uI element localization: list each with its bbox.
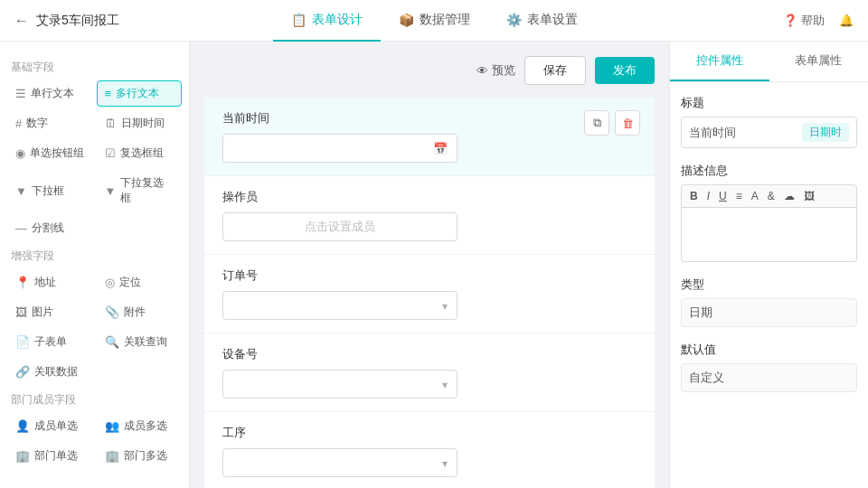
desc-align[interactable]: ≡ [733, 189, 745, 203]
desc-toolbar: B I U ≡ A & ☁ 🖼 [681, 184, 857, 208]
operator-label: 操作员 [222, 189, 637, 205]
preview-button[interactable]: 👁 预览 [476, 62, 515, 79]
field-dept-single[interactable]: 🏢 部门单选 [7, 443, 93, 469]
prop-type-label: 类型 [681, 277, 857, 293]
dropdown-label: 下拉框 [32, 183, 64, 199]
current-time-label: 当前时间 [222, 110, 637, 127]
nav-form-design[interactable]: 📋 表单设计 [273, 0, 381, 42]
order-no-label: 订单号 [222, 267, 637, 284]
form-settings-icon: ⚙️ [506, 13, 522, 27]
dept-single-label: 部门单选 [34, 448, 78, 464]
desc-bold[interactable]: B [687, 189, 701, 203]
desc-link[interactable]: & [765, 189, 778, 203]
field-subform[interactable]: 📄 子表单 [7, 329, 93, 355]
field-divider[interactable]: — 分割线 [7, 215, 93, 241]
help-button[interactable]: ❓ 帮助 [783, 13, 825, 29]
dropdown-multi-icon: ▼ [105, 184, 117, 198]
field-dropdown[interactable]: ▼ 下拉框 [7, 170, 93, 211]
dept-multi-label: 部门多选 [124, 448, 167, 464]
related-query-label: 关联查询 [124, 334, 167, 350]
field-member-single[interactable]: 👤 成员单选 [7, 413, 93, 439]
field-dept-multi[interactable]: 🏢 部门多选 [97, 443, 183, 469]
process-input[interactable] [222, 448, 458, 477]
field-related-data[interactable]: 🔗 关联数据 [7, 359, 93, 385]
prop-title-label: 标题 [681, 95, 857, 111]
single-text-label: 单行文本 [31, 86, 74, 101]
field-location[interactable]: ◎ 定位 [97, 269, 183, 296]
member-multi-icon: 👥 [105, 419, 119, 433]
related-query-icon: 🔍 [105, 335, 119, 349]
tab-form-props[interactable]: 表单属性 [769, 42, 869, 81]
nav-data-mgmt-label: 数据管理 [420, 12, 470, 28]
field-image[interactable]: 🖼 图片 [7, 299, 93, 325]
panel-tabs: 控件属性 表单属性 [670, 42, 868, 82]
nav-form-settings-label: 表单设置 [527, 12, 578, 28]
field-datetime[interactable]: 🗓 日期时间 [97, 110, 183, 136]
field-single-text[interactable]: ☰ 单行文本 [7, 80, 93, 107]
dropdown-multi-label: 下拉复选框 [120, 175, 174, 206]
prop-type-value: 日期 [681, 298, 857, 327]
field-multi-text[interactable]: ≡ 多行文本 [97, 80, 183, 107]
dept-multi-icon: 🏢 [105, 449, 119, 463]
dept-single-icon: 🏢 [15, 449, 30, 463]
field-address[interactable]: 📍 地址 [7, 269, 93, 296]
copy-icon: ⧉ [593, 116, 601, 130]
field-row-order-no[interactable]: 订单号 [204, 255, 655, 333]
desc-body[interactable] [681, 208, 857, 262]
order-no-input[interactable] [222, 291, 458, 320]
field-row-current-time[interactable]: 当前时间 📅 ⧉ 🗑 [204, 98, 655, 176]
copy-field-button[interactable]: ⧉ [584, 110, 609, 136]
datetime-label: 日期时间 [121, 116, 165, 131]
field-number[interactable]: # 数字 [7, 110, 93, 136]
nav-data-mgmt[interactable]: 📦 数据管理 [381, 0, 488, 42]
address-icon: 📍 [15, 276, 30, 289]
field-row-operator[interactable]: 操作员 点击设置成员 [204, 176, 655, 255]
prop-default-label: 默认值 [681, 342, 857, 358]
field-checkbox[interactable]: ☑ 复选框组 [97, 140, 183, 166]
field-member-multi[interactable]: 👥 成员多选 [97, 413, 183, 439]
prop-title-badge: 日期时 [802, 123, 849, 142]
desc-color[interactable]: A [749, 189, 761, 203]
enhanced-section-label: 增强字段 [11, 249, 178, 264]
field-row-device-no[interactable]: 设备号 [204, 333, 655, 412]
current-time-input[interactable]: 📅 [222, 134, 458, 163]
notification-button[interactable]: 🔔 [839, 14, 854, 27]
back-button[interactable]: ← [14, 13, 29, 29]
member-single-label: 成员单选 [34, 418, 78, 434]
subform-icon: 📄 [15, 335, 30, 349]
order-no-chevron [442, 299, 448, 313]
attachment-label: 附件 [124, 305, 146, 320]
field-row-process[interactable]: 工序 [204, 412, 655, 488]
header-nav: 📋 表单设计 📦 数据管理 ⚙️ 表单设置 [159, 0, 709, 42]
app-title: 艾录5车间报工 [36, 13, 119, 29]
prop-title-input[interactable]: 当前时间 日期时 [681, 117, 857, 148]
nav-form-settings[interactable]: ⚙️ 表单设置 [488, 0, 596, 42]
data-mgmt-icon: 📦 [399, 13, 414, 27]
desc-underline[interactable]: U [716, 189, 730, 203]
device-no-input[interactable] [222, 370, 458, 399]
member-fields-grid: 👤 成员单选 👥 成员多选 🏢 部门单选 🏢 部门多选 [7, 413, 182, 469]
related-data-label: 关联数据 [34, 364, 78, 380]
field-attachment[interactable]: 📎 附件 [97, 299, 183, 325]
prop-title-value: 当前时间 [689, 125, 736, 141]
field-radio[interactable]: ◉ 单选按钮组 [7, 140, 93, 166]
prop-desc-label: 描述信息 [681, 163, 857, 179]
field-dropdown-multi[interactable]: ▼ 下拉复选框 [97, 170, 183, 211]
basic-section-label: 基础字段 [11, 60, 178, 75]
delete-field-button[interactable]: 🗑 [615, 110, 640, 136]
multi-text-icon: ≡ [105, 87, 112, 100]
save-button[interactable]: 保存 [524, 56, 586, 85]
location-label: 定位 [119, 275, 141, 290]
location-icon: ◎ [105, 276, 115, 289]
prop-default-value: 自定义 [681, 363, 857, 392]
field-related-query[interactable]: 🔍 关联查询 [97, 329, 183, 355]
publish-button[interactable]: 发布 [595, 57, 655, 84]
desc-image[interactable]: 🖼 [801, 189, 817, 203]
desc-italic[interactable]: I [704, 189, 712, 203]
sidebar: 基础字段 ☰ 单行文本 ≡ 多行文本 # 数字 🗓 日期时间 ◉ 单选按钮组 [0, 42, 190, 488]
tab-control-props[interactable]: 控件属性 [670, 42, 769, 81]
operator-input[interactable]: 点击设置成员 [222, 212, 458, 241]
operator-placeholder: 点击设置成员 [305, 219, 375, 235]
desc-cloud[interactable]: ☁ [781, 189, 797, 203]
member-single-icon: 👤 [15, 419, 30, 433]
